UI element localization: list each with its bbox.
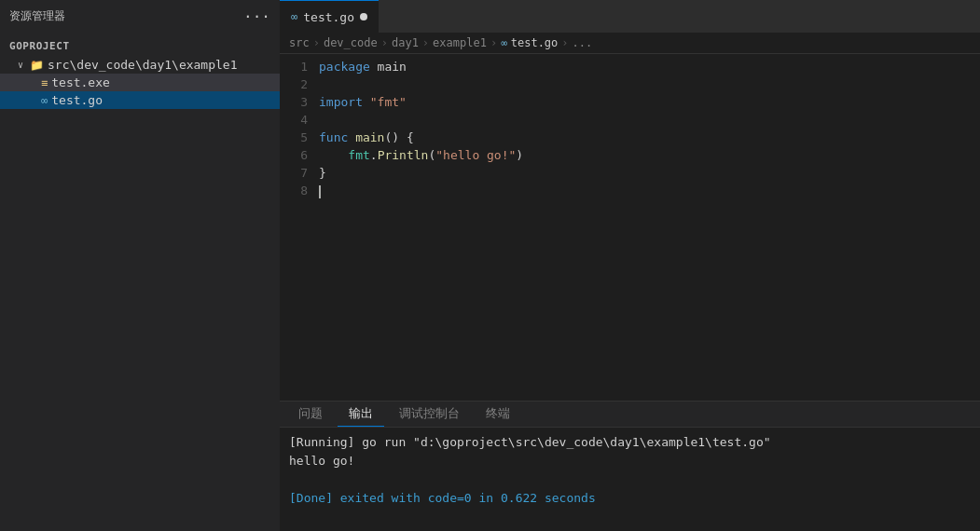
line-num-8: 8	[280, 182, 319, 199]
panel-content: [Running] go run "d:\goproject\src\dev_c…	[280, 428, 980, 531]
terminal-done-line: [Done] exited with code=0 in 0.622 secon…	[289, 489, 971, 508]
line-num-5: 5	[280, 129, 319, 146]
sidebar-more-button[interactable]: ···	[243, 7, 270, 25]
line-content-8	[319, 182, 980, 199]
line-num-4: 4	[280, 111, 319, 129]
panel-tab-terminal[interactable]: 终端	[475, 402, 521, 427]
code-line-3: 3 import "fmt"	[280, 93, 980, 111]
line-num-3: 3	[280, 93, 319, 111]
tree-item-test-exe[interactable]: ≡ test.exe	[0, 74, 280, 91]
terminal-running-line: [Running] go run "d:\goproject\src\dev_c…	[289, 433, 971, 452]
main-content: GOPROJECT ∨ 📁 src\dev_code\day1\example1…	[0, 33, 980, 531]
panel-tab-debug[interactable]: 调试控制台	[388, 402, 471, 427]
breadcrumb-sep4: ›	[490, 36, 497, 49]
line-content-4	[319, 111, 980, 129]
code-line-5: 5 func main() {	[280, 129, 980, 146]
breadcrumb-sep1: ›	[313, 36, 320, 49]
panel-tabs: 问题 输出 调试控制台 终端	[280, 402, 980, 428]
line-num-1: 1	[280, 58, 319, 75]
tab-label: test.go	[303, 10, 354, 24]
breadcrumb-ellipsis: ...	[573, 36, 593, 49]
line-content-6: fmt.Println("hello go!")	[319, 146, 980, 164]
breadcrumb-dev-code: dev_code	[324, 36, 378, 49]
line-content-5: func main() {	[319, 129, 980, 146]
line-num-7: 7	[280, 164, 319, 182]
explorer-title: 资源管理器	[9, 8, 65, 24]
tree-item-src-folder[interactable]: ∨ 📁 src\dev_code\day1\example1	[0, 56, 280, 74]
chevron-down-icon: ∨	[15, 60, 26, 70]
go-file-tree-icon: ∞	[41, 94, 48, 107]
line-content-3: import "fmt"	[319, 93, 980, 111]
breadcrumb-sep5: ›	[561, 36, 568, 49]
folder-icon: 📁	[30, 59, 44, 72]
go-file-icon: ∞	[291, 10, 297, 23]
code-line-4: 4	[280, 111, 980, 129]
code-line-6: 6 fmt.Println("hello go!")	[280, 146, 980, 164]
folder-label: src\dev_code\day1\example1	[48, 58, 238, 72]
tab-modified-dot	[360, 13, 367, 20]
breadcrumb-sep2: ›	[381, 36, 388, 49]
exe-label: test.exe	[51, 75, 110, 89]
project-name-label: GOPROJECT	[9, 40, 70, 52]
breadcrumb: src › dev_code › day1 › example1 › ∞ tes…	[280, 33, 980, 54]
terminal-empty	[289, 470, 971, 489]
project-title: GOPROJECT	[0, 36, 280, 56]
line-content-2	[319, 75, 980, 93]
panel-tab-problems[interactable]: 问题	[287, 402, 334, 427]
breadcrumb-src: src	[289, 36, 310, 49]
panel-area: 问题 输出 调试控制台 终端 [Running] go run "d:\gopr…	[280, 401, 980, 531]
line-num-6: 6	[280, 146, 319, 164]
breadcrumb-go-icon: ∞	[501, 37, 507, 49]
tab-test-go[interactable]: ∞ test.go	[280, 0, 379, 33]
editor-area: src › dev_code › day1 › example1 › ∞ tes…	[280, 33, 980, 531]
breadcrumb-file: test.go	[511, 36, 559, 49]
sidebar-title-bar: 资源管理器 ···	[0, 0, 280, 33]
line-num-2: 2	[280, 75, 319, 93]
breadcrumb-sep3: ›	[422, 36, 429, 49]
top-bar: 资源管理器 ··· ∞ test.go	[0, 0, 980, 33]
code-line-1: 1 package main	[280, 58, 980, 75]
go-file-label: test.go	[51, 93, 103, 107]
exe-file-icon: ≡	[41, 76, 48, 89]
terminal-output-line: hello go!	[289, 452, 971, 470]
sidebar: GOPROJECT ∨ 📁 src\dev_code\day1\example1…	[0, 33, 280, 531]
code-editor[interactable]: 1 package main 2 3 import "fmt" 4 5	[280, 54, 980, 401]
breadcrumb-example1: example1	[433, 36, 487, 49]
panel-tab-output[interactable]: 输出	[338, 402, 384, 427]
line-content-1: package main	[319, 58, 980, 75]
tree-item-test-go[interactable]: ∞ test.go	[0, 91, 280, 109]
code-line-8: 8	[280, 182, 980, 199]
line-content-7: }	[319, 164, 980, 182]
tab-bar: ∞ test.go	[280, 0, 980, 33]
code-line-7: 7 }	[280, 164, 980, 182]
code-line-2: 2	[280, 75, 980, 93]
breadcrumb-day1: day1	[392, 36, 419, 49]
